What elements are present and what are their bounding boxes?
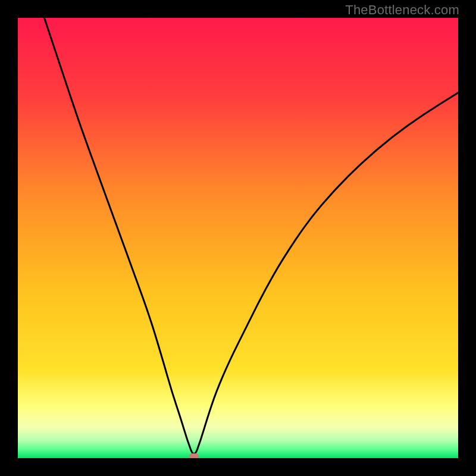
plot-area xyxy=(18,18,458,458)
chart-frame: TheBottleneck.com xyxy=(0,0,476,476)
watermark-text: TheBottleneck.com xyxy=(345,2,459,18)
bottleneck-curve xyxy=(18,18,458,458)
min-point-marker xyxy=(189,453,199,458)
